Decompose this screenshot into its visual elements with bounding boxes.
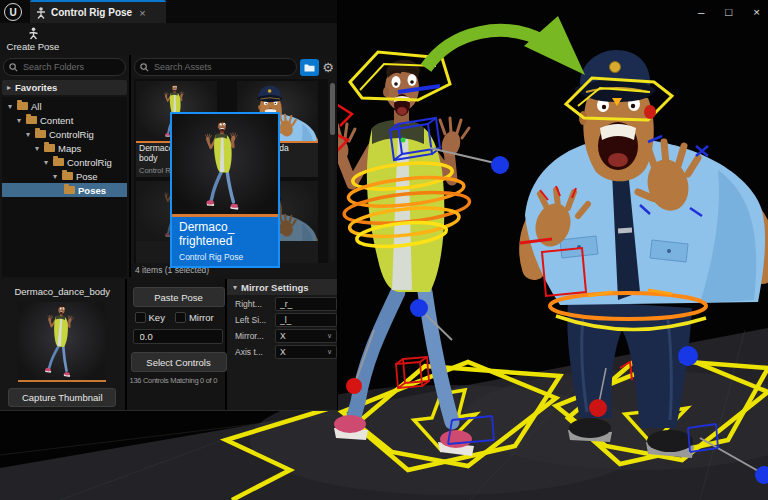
expand-icon[interactable]: ▾ — [15, 116, 23, 125]
create-pose-label: Create Pose — [7, 41, 60, 52]
search-folders-box[interactable] — [3, 58, 126, 76]
dropdown-value: X — [280, 347, 327, 357]
mirror-settings-title: Mirror Settings — [241, 282, 309, 293]
window-titlebar: U Control Rig Pose × — [0, 0, 337, 23]
mirror-row-right-side: Right... _r_ — [227, 296, 337, 311]
tree-item-label: Poses — [78, 185, 106, 196]
tree-item-label: Pose — [76, 171, 98, 182]
tree-item-content[interactable]: ▾ Content — [2, 113, 127, 127]
bottom-section: Dermaco_dance_body Capture Thumbnail Pas… — [0, 279, 337, 410]
key-checkbox[interactable] — [135, 312, 146, 323]
tab-control-rig-pose[interactable]: Control Rig Pose × — [30, 0, 166, 23]
folder-tree: ▾ All ▾ Content ▾ ControlRig ▾ M — [2, 97, 127, 277]
tree-item-controlrig-2[interactable]: ▾ ControlRig — [2, 155, 127, 169]
tree-item-pose[interactable]: ▾ Pose — [2, 169, 127, 183]
mirror-label: Mirror — [189, 312, 214, 323]
folder-icon — [17, 102, 28, 110]
save-folder-button[interactable] — [300, 59, 319, 76]
tree-item-label: All — [31, 101, 42, 112]
paste-pose-button[interactable]: Paste Pose — [133, 287, 225, 307]
chevron-down-icon: ∨ — [327, 348, 332, 356]
mirror-row-mirror-axis: Mirror... X ∨ — [227, 328, 337, 343]
key-checkbox-group: Key — [135, 312, 165, 323]
expand-icon[interactable]: ▾ — [6, 102, 14, 111]
select-controls-button[interactable]: Select Controls — [131, 352, 227, 372]
folder-icon — [26, 116, 37, 124]
axis-to-flip-dropdown[interactable]: X ∨ — [275, 345, 337, 359]
asset-hover-preview[interactable]: Dermaco_ frightened Control Rig Pose — [170, 112, 280, 268]
tab-title: Control Rig Pose — [51, 7, 132, 18]
folder-icon — [62, 172, 73, 180]
tab-close-icon[interactable]: × — [139, 7, 145, 19]
expand-icon[interactable]: ▾ — [33, 144, 41, 153]
row-label: Axis t... — [227, 347, 273, 357]
preview-thumbnail — [172, 114, 278, 214]
row-label: Left Si... — [227, 315, 273, 325]
mirror-settings-header[interactable]: ▾ Mirror Settings — [227, 279, 337, 295]
folder-icon — [44, 144, 55, 152]
folders-panel: ▸ Favorites ▾ All ▾ Content ▾ ControlRig — [0, 55, 131, 277]
blend-value-input[interactable] — [133, 329, 223, 344]
settings-gear-icon[interactable]: ⚙ — [322, 61, 334, 74]
favorites-label: Favorites — [15, 82, 57, 93]
favorites-header[interactable]: ▸ Favorites — [2, 80, 127, 95]
folder-icon — [53, 158, 64, 166]
pose-controls-panel: Paste Pose Key Mirror Select Controls 13… — [127, 279, 225, 410]
selected-pose-panel: Dermaco_dance_body Capture Thumbnail — [0, 279, 125, 410]
selected-pose-thumbnail — [18, 302, 106, 382]
row-label: Right... — [227, 299, 273, 309]
unreal-logo: U — [4, 3, 22, 21]
scrollbar-thumb[interactable] — [330, 83, 335, 135]
favorites-expand-icon[interactable]: ▸ — [7, 83, 11, 92]
expand-icon[interactable]: ▾ — [51, 172, 59, 181]
row-label: Mirror... — [227, 331, 273, 341]
expand-icon[interactable]: ▾ — [24, 130, 32, 139]
search-icon — [140, 63, 149, 72]
tree-item-label: Content — [40, 115, 73, 126]
minimize-button[interactable]: – — [698, 4, 704, 20]
field-value: _l_ — [280, 315, 332, 325]
tree-item-maps[interactable]: ▾ Maps — [2, 141, 127, 155]
window-controls: – □ × — [698, 4, 760, 20]
expand-icon[interactable]: ▾ — [42, 158, 50, 167]
right-side-field[interactable]: _r_ — [275, 297, 337, 311]
create-pose-button[interactable]: Create Pose — [2, 24, 64, 54]
maximize-button[interactable]: □ — [725, 4, 732, 20]
tree-item-controlrig[interactable]: ▾ ControlRig — [2, 127, 127, 141]
tree-item-poses-selected[interactable]: Poses — [2, 183, 127, 197]
control-rig-pose-window: U Control Rig Pose × Create Pose — [0, 0, 338, 411]
chevron-down-icon: ∨ — [327, 332, 332, 340]
search-icon — [9, 63, 18, 72]
preview-asset-name: Dermaco_ — [179, 220, 271, 234]
tree-item-label: ControlRig — [49, 129, 94, 140]
folder-icon — [304, 63, 315, 72]
create-pose-icon — [27, 27, 40, 40]
preview-asset-type: Control Rig Pose — [179, 252, 271, 262]
mirror-row-axis-to-flip: Axis t... X ∨ — [227, 344, 337, 359]
search-assets-input[interactable] — [152, 61, 291, 73]
search-folders-input[interactable] — [21, 61, 120, 73]
rig-red-sphere — [589, 399, 607, 417]
rig-red-sphere — [346, 378, 362, 394]
asset-scrollbar[interactable] — [330, 81, 335, 261]
folder-icon — [64, 186, 75, 194]
left-side-field[interactable]: _l_ — [275, 313, 337, 327]
preview-tooltip: Dermaco_ frightened Control Rig Pose — [172, 217, 278, 266]
preview-asset-name: frightened — [179, 234, 271, 248]
mirror-row-left-side: Left Si... _l_ — [227, 312, 337, 327]
tree-item-all[interactable]: ▾ All — [2, 99, 127, 113]
pose-person-icon — [36, 7, 46, 19]
field-value: _r_ — [280, 299, 332, 309]
toolbar: Create Pose — [0, 23, 337, 56]
mirror-axis-dropdown[interactable]: X ∨ — [275, 329, 337, 343]
controls-matching-status: 136 Controls Matching 0 of 0 — [130, 376, 218, 385]
capture-thumbnail-button[interactable]: Capture Thumbnail — [8, 388, 116, 407]
collapse-icon[interactable]: ▾ — [233, 283, 237, 292]
search-assets-box[interactable] — [134, 58, 297, 76]
tree-item-label: ControlRig — [67, 157, 112, 168]
tree-item-label: Maps — [58, 143, 81, 154]
unreal-editor-screen: U Control Rig Pose × Create Pose — [0, 0, 768, 500]
rig-blue-sphere — [491, 156, 509, 174]
mirror-checkbox[interactable] — [175, 312, 186, 323]
close-button[interactable]: × — [753, 4, 760, 20]
